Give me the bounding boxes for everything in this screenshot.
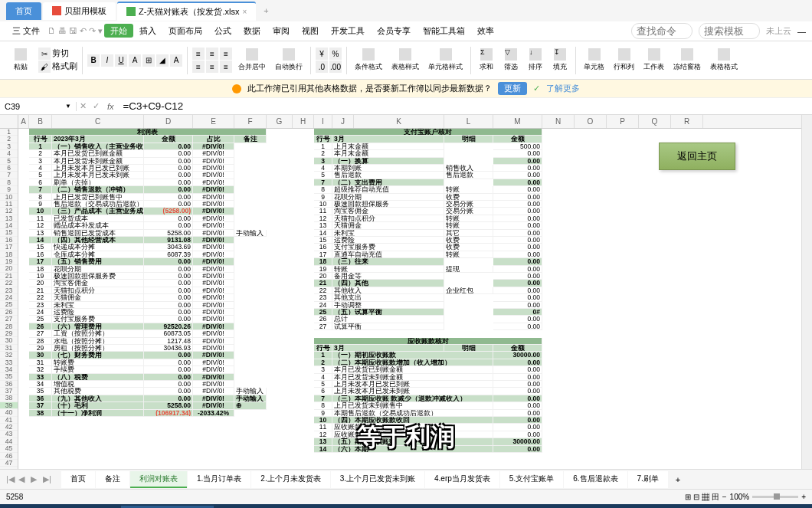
cell[interactable]: 天猫佣金 bbox=[52, 294, 144, 301]
file-menu[interactable]: 三 文件 bbox=[6, 23, 46, 39]
cell[interactable]: 售后退款 bbox=[444, 172, 493, 179]
cell[interactable]: #DIV/0! bbox=[193, 338, 234, 345]
cell[interactable]: （二）支出费用 bbox=[332, 179, 444, 186]
sheet-tab[interactable]: 首页 bbox=[61, 471, 95, 488]
cell[interactable]: 手动调整 bbox=[332, 302, 444, 309]
cell[interactable]: 本期售后退款（交易成功后退款） bbox=[332, 410, 493, 417]
cell[interactable]: 0.00 bbox=[144, 359, 193, 366]
cell[interactable]: 0.00 bbox=[144, 302, 193, 309]
cell[interactable]: 0.00 bbox=[493, 280, 542, 287]
cell[interactable]: 收费 bbox=[444, 237, 493, 244]
cell[interactable]: 转账费 bbox=[52, 359, 144, 366]
cell[interactable]: 提现 bbox=[444, 266, 493, 273]
cell[interactable]: 0.00 bbox=[493, 230, 542, 237]
cell[interactable]: 5 bbox=[314, 381, 332, 388]
cell[interactable]: 本月已发货未到账金额 bbox=[52, 158, 144, 165]
cell[interactable]: （六）本期 bbox=[332, 446, 493, 453]
cell[interactable]: 收费 bbox=[444, 244, 493, 251]
cell[interactable]: 16 bbox=[29, 251, 52, 258]
cell[interactable]: 12 bbox=[314, 431, 332, 438]
cell[interactable]: 淘宝客佣金 bbox=[52, 280, 144, 287]
cell[interactable]: 交易分账 bbox=[444, 208, 493, 215]
cell[interactable]: 收费 bbox=[444, 194, 493, 201]
cell[interactable]: #DIV/0! bbox=[193, 237, 234, 244]
chevron-down-icon[interactable]: ▼ bbox=[65, 103, 71, 110]
cell[interactable]: 11 bbox=[29, 215, 52, 222]
cell[interactable]: 增值税 bbox=[52, 381, 144, 388]
cell[interactable]: 0.00 bbox=[493, 172, 542, 179]
cell[interactable]: 明细 bbox=[444, 345, 493, 352]
cell[interactable]: 30 bbox=[29, 352, 52, 359]
wrap-button[interactable]: 自动换行 bbox=[272, 45, 306, 76]
cell[interactable]: #DIV/0! bbox=[193, 266, 234, 273]
home-tab[interactable]: 首页 bbox=[6, 2, 41, 20]
cell[interactable]: 0.00 bbox=[493, 179, 542, 186]
cell[interactable]: 0# bbox=[493, 309, 542, 316]
cell[interactable]: 0.00 bbox=[144, 222, 193, 229]
cell[interactable]: 转账 bbox=[444, 215, 493, 222]
cell[interactable]: 未利宝 bbox=[332, 230, 444, 237]
cell[interactable]: （三）往来 bbox=[332, 258, 444, 265]
cell[interactable]: 0.00 bbox=[144, 201, 193, 208]
learn-more-link[interactable]: 了解更多 bbox=[546, 83, 580, 94]
col-header-K[interactable]: K bbox=[354, 115, 444, 128]
cell[interactable]: 运费险 bbox=[52, 309, 144, 316]
cell[interactable]: 淘宝客佣金 bbox=[332, 208, 444, 215]
cell[interactable]: 34 bbox=[29, 381, 52, 388]
cell[interactable]: 0.00 bbox=[493, 208, 542, 215]
cell[interactable]: 支付宝服务费 bbox=[332, 244, 444, 251]
cell[interactable]: 9 bbox=[29, 201, 52, 208]
cell[interactable]: 0.00 bbox=[144, 179, 193, 186]
cell[interactable]: #DIV/0! bbox=[193, 294, 234, 301]
cell[interactable]: 33 bbox=[29, 374, 52, 381]
cell[interactable]: 500.00 bbox=[493, 143, 542, 150]
filter-button[interactable]: ▽筛选 bbox=[500, 45, 522, 76]
cell[interactable]: 0.00 bbox=[144, 287, 193, 294]
cell[interactable]: 工资（按照分摊） bbox=[52, 330, 144, 337]
cell[interactable]: 销售退回已发货成本 bbox=[52, 230, 144, 237]
cell[interactable]: 0.00 bbox=[144, 158, 193, 165]
cell[interactable]: #DIV/0! bbox=[193, 280, 234, 287]
cloud-status[interactable]: 未上云 bbox=[766, 25, 791, 37]
update-button[interactable]: 更新 bbox=[498, 82, 527, 95]
cell[interactable]: （四）其他 bbox=[332, 280, 444, 287]
cell[interactable]: 上月未发本月已发未到账 bbox=[52, 172, 144, 179]
sheet-first[interactable]: |◀ bbox=[6, 474, 17, 485]
cell[interactable]: 0.00 bbox=[493, 215, 542, 222]
cell[interactable]: 10 bbox=[314, 417, 332, 424]
cell[interactable]: （十）毛利 bbox=[52, 402, 144, 409]
cell[interactable]: 5 bbox=[29, 172, 52, 179]
cell[interactable]: 17 bbox=[314, 251, 332, 258]
fx-icon[interactable]: fx bbox=[103, 102, 119, 111]
cell[interactable]: 0.00 bbox=[493, 402, 542, 409]
cell[interactable]: 18 bbox=[29, 266, 52, 273]
cell-button[interactable]: 单元格 bbox=[581, 45, 607, 76]
cell[interactable]: 13 bbox=[314, 222, 332, 229]
cell[interactable]: 0.00 bbox=[493, 287, 542, 294]
doc-tab-active[interactable]: Z-天猫对账表（按发货.xlsx× bbox=[117, 2, 256, 21]
cell[interactable]: （三）本期应收账 款减少（退款冲减收入） bbox=[332, 395, 493, 402]
cell[interactable]: 19 bbox=[314, 266, 332, 273]
cell[interactable]: （一）换算 bbox=[332, 158, 444, 165]
cell[interactable]: 0.00 bbox=[493, 150, 542, 157]
cell[interactable]: 未利宝 bbox=[52, 302, 144, 309]
cell[interactable]: 6 bbox=[314, 388, 332, 395]
align-mid[interactable]: ≡ bbox=[206, 48, 218, 60]
cell[interactable]: 0.00 bbox=[493, 446, 542, 453]
cell[interactable]: 18 bbox=[314, 258, 332, 265]
cell[interactable]: 2 bbox=[314, 150, 332, 157]
percent-button[interactable]: % bbox=[329, 48, 342, 60]
cell[interactable]: 1217.48 bbox=[144, 338, 193, 345]
cell[interactable]: 本月已发货已到账金额 bbox=[52, 150, 144, 157]
cell[interactable]: 12 bbox=[314, 215, 332, 222]
cell[interactable]: 0.00 bbox=[144, 366, 193, 373]
cell[interactable]: 11 bbox=[314, 424, 332, 431]
cell[interactable]: 8 bbox=[314, 402, 332, 409]
cell[interactable]: #DIV/0! bbox=[193, 158, 234, 165]
cell[interactable]: 15 bbox=[314, 237, 332, 244]
menu-效率[interactable]: 效率 bbox=[471, 24, 500, 38]
cell[interactable]: #DIV/0! bbox=[193, 287, 234, 294]
cell[interactable]: 企业红包 bbox=[444, 287, 493, 294]
cell[interactable]: 12 bbox=[29, 222, 52, 229]
cell[interactable]: 上月已发货已到账售中 bbox=[52, 194, 144, 201]
